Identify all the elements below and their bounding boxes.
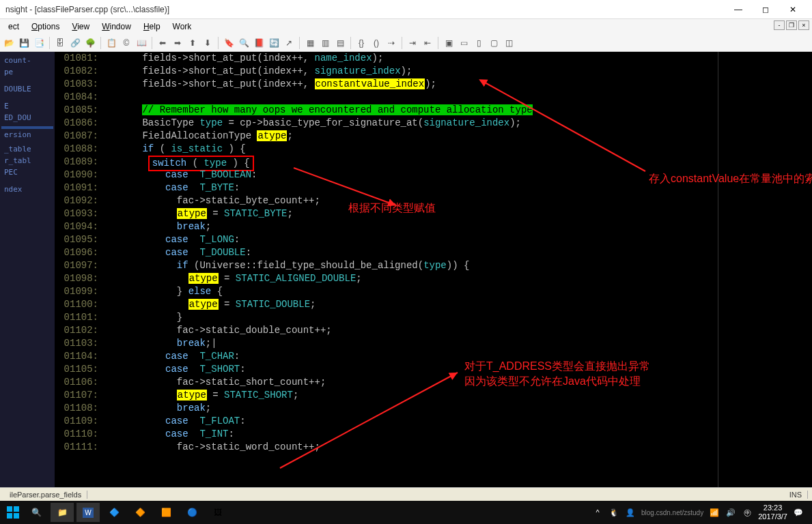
- layout3-icon[interactable]: ▯: [473, 37, 485, 49]
- layout1-icon[interactable]: ▣: [443, 37, 455, 49]
- code-line[interactable]: case T_SHORT:: [108, 363, 812, 376]
- code-line[interactable]: fac->static_double_count++;: [108, 324, 812, 337]
- code-line[interactable]: // Remember how many oops we encountered…: [108, 104, 812, 117]
- menu-work[interactable]: Work: [167, 20, 197, 33]
- code-line[interactable]: fac->static_word_count++;: [108, 441, 812, 454]
- brace-icon[interactable]: {}: [355, 37, 367, 49]
- code-line[interactable]: if (Universe::field_type_should_be_align…: [108, 259, 812, 272]
- mdi-minimize-button[interactable]: -: [774, 20, 785, 30]
- code-line[interactable]: case T_INT:: [108, 428, 812, 441]
- outdent-icon[interactable]: ⇤: [421, 37, 434, 49]
- code-line[interactable]: if ( is_static ) {: [108, 143, 812, 156]
- relation-icon[interactable]: 🔗: [69, 37, 81, 49]
- book2-icon[interactable]: 📕: [253, 37, 265, 49]
- code-line[interactable]: atype = STATIC_BYTE;: [108, 207, 812, 220]
- code-line[interactable]: fields->short_at_put(index++, constantva…: [108, 78, 812, 91]
- code-line[interactable]: case T_LONG:: [108, 233, 812, 246]
- code-line[interactable]: BasicType type = cp->basic_type_for_sign…: [108, 117, 812, 130]
- sidebar-item[interactable]: PEC: [1, 166, 53, 178]
- mdi-close-button[interactable]: ×: [798, 20, 809, 30]
- indent-icon[interactable]: ⇥: [406, 37, 419, 49]
- taskbar-search-icon[interactable]: 🔍: [25, 503, 48, 522]
- sidebar-item[interactable]: ersion: [1, 129, 53, 141]
- code-line[interactable]: switch ( type ) {: [108, 156, 812, 169]
- open-icon[interactable]: 📂: [3, 37, 15, 49]
- tray-clock[interactable]: 23:23 2017/3/7: [758, 504, 787, 521]
- tray-wifi-icon[interactable]: 📶: [709, 507, 720, 518]
- paren-icon[interactable]: (): [370, 37, 382, 49]
- sidebar-item[interactable]: E: [1, 100, 53, 112]
- code-line[interactable]: case T_BYTE:: [108, 181, 812, 194]
- tray-qq-icon[interactable]: 🐧: [608, 507, 619, 518]
- menu-window[interactable]: Window: [96, 20, 137, 33]
- layout5-icon[interactable]: ◫: [503, 37, 515, 49]
- code-line[interactable]: atype = STATIC_SHORT;: [108, 389, 812, 402]
- sidebar-item[interactable]: [1, 195, 53, 198]
- code-line[interactable]: atype = STATIC_ALIGNED_DOUBLE;: [108, 272, 812, 285]
- prev-icon[interactable]: ⬅: [156, 37, 169, 49]
- code-line[interactable]: break;: [108, 220, 812, 233]
- taskbar-app1-icon[interactable]: 🔷: [102, 503, 126, 522]
- sidebar-item[interactable]: pe: [1, 66, 53, 78]
- taskbar-app3-icon[interactable]: 🟧: [154, 503, 178, 522]
- up-icon[interactable]: ⬆: [186, 37, 199, 49]
- db-icon[interactable]: 🗄: [54, 37, 66, 49]
- grid3-icon[interactable]: ▤: [334, 37, 346, 49]
- minimize-button[interactable]: —: [725, 1, 752, 18]
- code-line[interactable]: FieldAllocationType atype;: [108, 130, 812, 143]
- menu-view[interactable]: View: [66, 20, 95, 33]
- sidebar-item[interactable]: count-: [1, 55, 53, 66]
- save-icon[interactable]: 💾: [18, 37, 30, 49]
- start-button[interactable]: [3, 503, 23, 522]
- save-all-icon[interactable]: 📑: [33, 37, 45, 49]
- code-line[interactable]: case T_CHAR:: [108, 350, 812, 363]
- ptr-icon[interactable]: ⇢: [385, 37, 397, 49]
- tray-volume-icon[interactable]: 🔊: [725, 507, 736, 518]
- menu-options[interactable]: Options: [26, 20, 65, 33]
- next-icon[interactable]: ➡: [171, 37, 184, 49]
- code-line[interactable]: fac->static_short_count++;: [108, 376, 812, 389]
- code-line[interactable]: } else {: [108, 285, 812, 298]
- code-line[interactable]: atype = STATIC_DOUBLE;: [108, 298, 812, 311]
- sidebar-item[interactable]: DOUBLE: [1, 83, 53, 95]
- code-line[interactable]: case T_FLOAT:: [108, 415, 812, 428]
- code-line[interactable]: case T_BOOLEAN:: [108, 169, 812, 181]
- maximize-button[interactable]: ◻: [752, 1, 779, 18]
- grid2-icon[interactable]: ▥: [319, 37, 331, 49]
- taskbar-explorer-icon[interactable]: 📁: [51, 503, 74, 522]
- sidebar-item[interactable]: ED_DOU: [1, 112, 53, 123]
- taskbar-word-icon[interactable]: W: [76, 503, 100, 522]
- menu-help[interactable]: Help: [138, 20, 166, 33]
- code-line[interactable]: }: [108, 311, 812, 324]
- tree-icon[interactable]: 🌳: [84, 37, 96, 49]
- sidebar-item[interactable]: r_tabl: [1, 155, 53, 166]
- sidebar-item[interactable]: _table: [1, 143, 53, 155]
- refresh-icon[interactable]: 🔄: [268, 37, 280, 49]
- tray-notification-icon[interactable]: 💬: [793, 507, 804, 518]
- jump-icon[interactable]: ↗: [283, 37, 295, 49]
- taskbar-app5-icon[interactable]: 🖼: [206, 503, 229, 522]
- code-editor[interactable]: 01081:01082:01083:01084:01085:01086:0108…: [55, 52, 812, 487]
- menu-ect[interactable]: ect: [3, 20, 25, 33]
- code-line[interactable]: break;: [108, 402, 812, 415]
- grid1-icon[interactable]: ▦: [304, 37, 316, 49]
- tray-lang-icon[interactable]: ㊥: [742, 507, 753, 518]
- context-icon[interactable]: 📋: [105, 37, 117, 49]
- code-line[interactable]: fac->static_byte_count++;: [108, 194, 812, 207]
- taskbar-app4-icon[interactable]: 🔵: [180, 503, 204, 522]
- code-area[interactable]: fields->short_at_put(index++, name_index…: [108, 52, 812, 454]
- close-button[interactable]: ✕: [779, 1, 807, 18]
- tray-people-icon[interactable]: 👤: [625, 507, 636, 518]
- mdi-restore-button[interactable]: ❐: [786, 20, 797, 30]
- code-line[interactable]: fields->short_at_put(index++, name_index…: [108, 52, 812, 65]
- tray-up-icon[interactable]: ^: [592, 507, 603, 518]
- code-line[interactable]: [108, 91, 812, 104]
- sidebar-item[interactable]: ndex: [1, 184, 53, 195]
- taskbar-app2-icon[interactable]: 🔶: [128, 503, 152, 522]
- sidebar[interactable]: count-peDOUBLEEED_DOUersion_tabler_tablP…: [0, 52, 55, 487]
- find-icon[interactable]: 🔍: [238, 37, 250, 49]
- layout2-icon[interactable]: ▭: [458, 37, 470, 49]
- class-icon[interactable]: ©: [120, 37, 132, 49]
- book-icon[interactable]: 📖: [135, 37, 148, 49]
- code-line[interactable]: case T_DOUBLE:: [108, 246, 812, 259]
